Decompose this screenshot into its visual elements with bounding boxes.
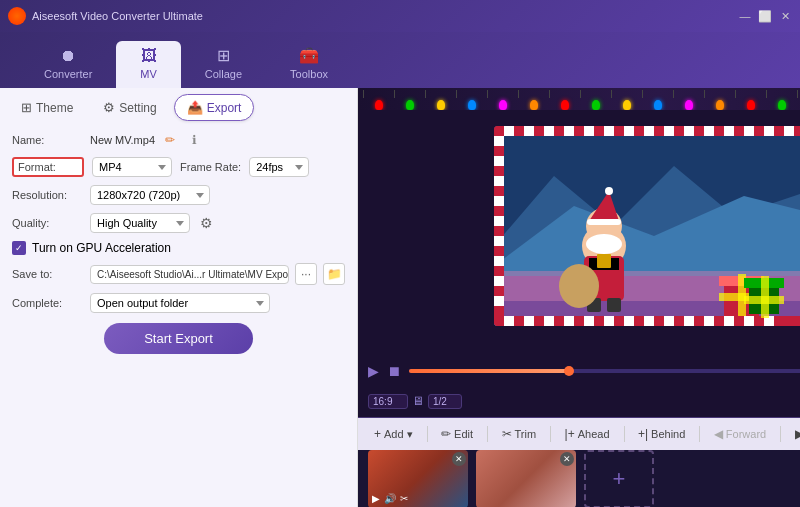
start-export-left-button[interactable]: Start Export	[104, 323, 253, 354]
forward-icon: ◀	[714, 427, 723, 441]
timeline: + Add ▾ ✏ Edit ✂ Trim |+ Ahead	[358, 417, 800, 507]
complete-select[interactable]: Open output folder	[90, 293, 270, 313]
svg-rect-36	[684, 316, 694, 326]
svg-rect-32	[604, 316, 614, 326]
trim-icon: ✂	[502, 427, 512, 441]
backward-icon: ▶	[795, 427, 800, 441]
tab-collage[interactable]: ⊞ Collage	[181, 40, 266, 88]
svg-rect-68	[597, 254, 611, 268]
name-label: Name:	[12, 134, 84, 146]
svg-rect-50	[494, 296, 504, 306]
resolution-row: Resolution: 1280x720 (720p)	[12, 185, 345, 205]
trim-button[interactable]: ✂ Trim	[494, 424, 545, 444]
tab-converter[interactable]: ⏺ Converter	[20, 41, 116, 88]
close-button[interactable]: ✕	[778, 9, 792, 23]
progress-bar[interactable]	[409, 369, 800, 373]
sub-tab-theme-label: Theme	[36, 101, 73, 115]
sub-tab-export[interactable]: 📤 Export	[174, 94, 255, 121]
format-framerate-row: Format: MP4 Frame Rate: 24fps	[12, 157, 345, 177]
clip-item[interactable]: ✕	[476, 450, 576, 507]
resolution-select[interactable]: 1280x720 (720p)	[90, 185, 210, 205]
stop-button[interactable]: ⏹	[387, 363, 401, 379]
svg-rect-45	[494, 196, 504, 206]
christmas-lights	[358, 88, 800, 110]
add-clip-button[interactable]: +	[584, 450, 654, 507]
clip-volume-icon[interactable]: 🔊	[384, 493, 396, 504]
export-icon: 📤	[187, 100, 203, 115]
window-controls[interactable]: — ⬜ ✕	[738, 9, 792, 23]
behind-button[interactable]: +| Behind	[630, 424, 693, 444]
tab-mv-label: MV	[140, 68, 157, 80]
svg-rect-10	[504, 126, 514, 136]
app-logo	[8, 7, 26, 25]
quality-row: Quality: High Quality ⚙	[12, 213, 345, 233]
clip-scissors-icon[interactable]: ✂	[400, 493, 408, 504]
progress-thumb	[564, 366, 574, 376]
clip-remove-button[interactable]: ✕	[560, 452, 574, 466]
play-button[interactable]: ▶	[368, 363, 379, 379]
framerate-label: Frame Rate:	[180, 161, 241, 173]
svg-rect-12	[544, 126, 554, 136]
quality-select[interactable]: High Quality	[90, 213, 190, 233]
mv-icon: 🖼	[141, 47, 157, 65]
add-button[interactable]: + Add ▾	[366, 424, 421, 444]
ahead-button[interactable]: |+ Ahead	[557, 424, 618, 444]
format-label: Format:	[12, 157, 84, 177]
edit-icon: ✏	[441, 427, 451, 441]
preview-background	[494, 126, 800, 326]
svg-rect-43	[494, 156, 504, 166]
maximize-button[interactable]: ⬜	[758, 9, 772, 23]
save-row: Save to: C:\Aiseesoft Studio\Ai...r Ulti…	[12, 263, 345, 285]
clip-play-icon[interactable]: ▶	[372, 493, 380, 504]
gpu-checkbox[interactable]: ✓	[12, 241, 26, 255]
info-button[interactable]: ℹ	[185, 131, 203, 149]
svg-rect-38	[724, 316, 734, 326]
svg-point-72	[559, 264, 599, 308]
svg-rect-23	[764, 126, 774, 136]
toolbox-icon: 🧰	[299, 46, 319, 65]
ratio-wrap: 16:9 🖥 1/2	[368, 394, 462, 409]
svg-rect-30	[564, 316, 574, 326]
gpu-row: ✓ Turn on GPU Acceleration	[12, 241, 345, 255]
svg-rect-27	[504, 316, 514, 326]
timeline-clips: ✕ ▶ 🔊 ✂ ✕ +	[358, 450, 800, 507]
edit-name-button[interactable]: ✏	[161, 131, 179, 149]
sub-tab-setting[interactable]: ⚙ Setting	[90, 94, 169, 121]
save-path-display: C:\Aiseesoft Studio\Ai...r Ultimate\MV E…	[90, 265, 289, 284]
tab-mv[interactable]: 🖼 MV	[116, 41, 181, 88]
backward-button[interactable]: ▶ Backward	[787, 424, 800, 444]
add-icon: +	[374, 427, 381, 441]
theme-grid-icon: ⊞	[21, 100, 32, 115]
quality-settings-icon[interactable]: ⚙	[196, 213, 216, 233]
svg-rect-49	[494, 276, 504, 286]
nav-tabs: ⏺ Converter 🖼 MV ⊞ Collage 🧰 Toolbox	[0, 32, 800, 88]
clip-item[interactable]: ✕ ▶ 🔊 ✂	[368, 450, 468, 507]
forward-button[interactable]: ◀ Forward	[706, 424, 774, 444]
minimize-button[interactable]: —	[738, 9, 752, 23]
svg-rect-22	[744, 126, 754, 136]
complete-row: Complete: Open output folder	[12, 293, 345, 313]
settings-content: Name: New MV.mp4 ✏ ℹ Format: MP4 Frame R…	[0, 121, 357, 507]
collage-icon: ⊞	[217, 46, 230, 65]
clip-remove-button[interactable]: ✕	[452, 452, 466, 466]
clip-controls: ▶ 🔊 ✂	[372, 493, 408, 504]
path-dots-button[interactable]: ···	[295, 263, 317, 285]
edit-button[interactable]: ✏ Edit	[433, 424, 481, 444]
svg-rect-20	[704, 126, 714, 136]
browse-folder-button[interactable]: 📁	[323, 263, 345, 285]
gpu-label: Turn on GPU Acceleration	[32, 241, 171, 255]
page-select[interactable]: 1/2	[428, 394, 462, 409]
title-bar: Aiseesoft Video Converter Ultimate — ⬜ ✕	[0, 0, 800, 32]
tab-collage-label: Collage	[205, 68, 242, 80]
add-arrow-icon: ▾	[407, 428, 413, 441]
aspect-ratio-select[interactable]: 16:9	[368, 394, 408, 409]
behind-icon: +|	[638, 427, 648, 441]
framerate-select[interactable]: 24fps	[249, 157, 309, 177]
format-select[interactable]: MP4	[92, 157, 172, 177]
preview-svg	[494, 126, 800, 326]
svg-rect-47	[494, 236, 504, 246]
setting-gear-icon: ⚙	[103, 100, 115, 115]
sub-tab-theme[interactable]: ⊞ Theme	[8, 94, 86, 121]
tab-toolbox[interactable]: 🧰 Toolbox	[266, 40, 352, 88]
svg-rect-31	[584, 316, 594, 326]
